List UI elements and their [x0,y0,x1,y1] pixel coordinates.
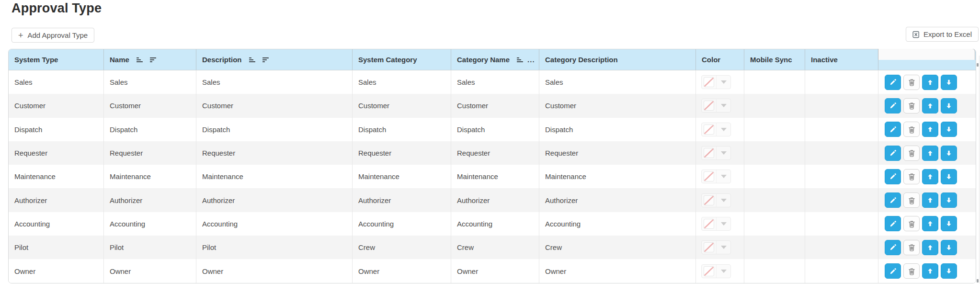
column-header-color[interactable]: Color [695,49,744,70]
pencil-icon [889,267,897,275]
move-up-button[interactable] [922,263,938,279]
move-down-button[interactable] [941,169,957,184]
delete-button[interactable] [903,263,920,279]
caret-down-icon [721,104,727,107]
sort-ascending-icon[interactable] [249,57,255,62]
edit-button[interactable] [885,216,901,231]
move-up-button[interactable] [922,240,938,255]
cell-category-description: Requester [539,141,695,165]
cell-actions [878,236,975,259]
truncated-sort-icon[interactable]: ... [527,56,535,64]
scrollbar-grip-bottom[interactable] [977,279,979,283]
table-row: PilotPilotPilotCrewCrewCrew [9,236,976,259]
cell-name: Sales [103,70,196,94]
cell-system-category: Requester [352,141,451,165]
edit-button[interactable] [885,122,901,137]
delete-button[interactable] [903,146,920,161]
edit-button[interactable] [885,240,901,255]
arrow-down-icon [945,267,953,275]
trash-icon [908,196,916,204]
dropdown-arrow[interactable] [716,194,730,207]
cell-system-type: Authorizer [9,188,103,212]
dropdown-arrow[interactable] [716,147,730,159]
move-up-button[interactable] [922,216,938,231]
color-picker-dropdown[interactable] [701,146,731,160]
color-picker-dropdown[interactable] [701,170,731,183]
delete-button[interactable] [903,216,920,231]
sort-ascending-icon[interactable] [517,57,523,62]
color-picker-dropdown[interactable] [701,123,731,136]
delete-button[interactable] [903,169,920,184]
add-approval-type-button[interactable]: + Add Approval Type [11,28,94,43]
edit-button[interactable] [885,263,901,279]
vertical-scrollbar[interactable] [976,56,980,283]
column-header-category-name[interactable]: Category Name ... [451,49,539,70]
move-up-button[interactable] [922,169,938,184]
edit-button[interactable] [885,98,901,113]
move-down-button[interactable] [941,146,957,161]
move-down-button[interactable] [941,98,957,113]
no-color-swatch-icon [704,242,714,252]
move-down-button[interactable] [941,75,957,90]
delete-button[interactable] [903,75,920,90]
move-down-button[interactable] [941,192,957,208]
cell-mobile-sync [744,70,805,94]
delete-button[interactable] [903,192,920,208]
cell-category-name: Customer [451,94,539,117]
dropdown-arrow[interactable] [716,265,730,278]
cell-system-type: Customer [9,94,103,117]
column-header-system-category[interactable]: System Category [352,49,451,70]
approval-type-grid: System TypeName Description System Categ… [8,49,976,283]
column-label: System Type [14,56,58,64]
dropdown-arrow[interactable] [716,241,730,254]
dropdown-arrow[interactable] [716,170,730,183]
delete-button[interactable] [903,122,920,137]
cell-color [695,236,744,259]
dropdown-arrow[interactable] [716,99,730,112]
arrow-down-icon [945,149,953,157]
move-up-button[interactable] [922,192,938,208]
sort-descending-icon[interactable] [262,57,269,62]
sort-ascending-icon[interactable] [137,57,143,62]
move-up-button[interactable] [922,75,938,90]
caret-down-icon [721,175,727,178]
column-header-name[interactable]: Name [103,49,196,70]
move-up-button[interactable] [922,122,938,137]
dropdown-arrow[interactable] [716,76,730,89]
edit-button[interactable] [885,146,901,161]
cell-actions [878,118,975,141]
color-picker-dropdown[interactable] [701,193,731,207]
dropdown-arrow[interactable] [716,217,730,230]
edit-button[interactable] [885,75,901,90]
column-header-description[interactable]: Description [196,49,352,70]
move-down-button[interactable] [941,240,957,255]
color-picker-dropdown[interactable] [701,264,731,278]
color-picker-dropdown[interactable] [701,75,731,89]
move-down-button[interactable] [941,122,957,137]
move-down-button[interactable] [941,216,957,231]
color-picker-dropdown[interactable] [701,240,731,254]
color-picker-dropdown[interactable] [701,217,731,231]
column-header-mobile-sync[interactable]: Mobile Sync [744,49,805,70]
dropdown-arrow[interactable] [716,123,730,136]
column-header-inactive[interactable]: Inactive [805,49,878,70]
move-up-button[interactable] [922,146,938,161]
table-row: MaintenanceMaintenanceMaintenanceMainten… [9,165,976,188]
color-picker-dropdown[interactable] [701,99,731,113]
column-header-system-type[interactable]: System Type [9,49,103,70]
column-header-category-description[interactable]: Category Description [539,49,695,70]
arrow-down-icon [945,244,953,251]
page-title: Approval Type [11,1,102,16]
delete-button[interactable] [903,240,920,255]
export-to-excel-button[interactable]: Export to Excel [906,27,979,42]
scrollbar-grip-top[interactable] [977,63,979,67]
delete-button[interactable] [903,98,920,113]
sort-descending-icon[interactable] [150,57,156,62]
cell-category-name: Dispatch [451,118,539,141]
move-down-button[interactable] [941,263,957,279]
cell-description: Accounting [196,212,352,236]
edit-button[interactable] [885,192,901,208]
move-up-button[interactable] [922,98,938,113]
edit-button[interactable] [885,169,901,184]
add-button-label: Add Approval Type [28,31,88,39]
